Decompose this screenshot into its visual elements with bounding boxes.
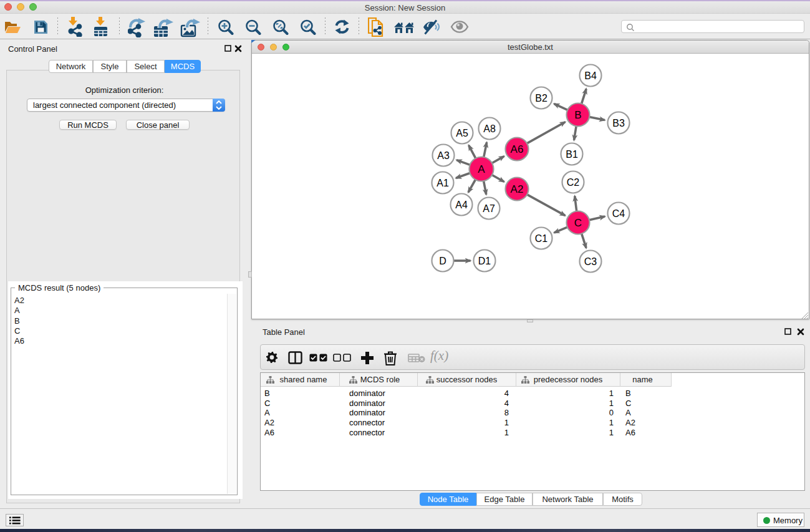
svg-text:C2: C2 <box>567 177 580 188</box>
svg-text:A8: A8 <box>483 123 496 134</box>
svg-text:B3: B3 <box>612 118 625 128</box>
svg-text:B: B <box>574 109 581 121</box>
svg-text:A4: A4 <box>455 200 468 210</box>
svg-text:B4: B4 <box>584 70 597 81</box>
svg-text:A2: A2 <box>511 183 524 195</box>
svg-text:B1: B1 <box>566 149 578 160</box>
svg-text:D: D <box>439 256 446 266</box>
svg-text:D1: D1 <box>478 256 491 266</box>
svg-text:C: C <box>574 217 582 229</box>
svg-text:A7: A7 <box>483 203 495 214</box>
svg-text:A3: A3 <box>437 150 450 161</box>
svg-text:C1: C1 <box>535 233 548 244</box>
svg-text:A6: A6 <box>511 143 524 155</box>
svg-text:C3: C3 <box>584 256 597 267</box>
svg-text:B2: B2 <box>535 93 547 104</box>
svg-text:C4: C4 <box>612 208 625 219</box>
svg-text:A5: A5 <box>456 128 468 138</box>
svg-text:A: A <box>478 163 485 175</box>
svg-text:A1: A1 <box>436 178 449 188</box>
